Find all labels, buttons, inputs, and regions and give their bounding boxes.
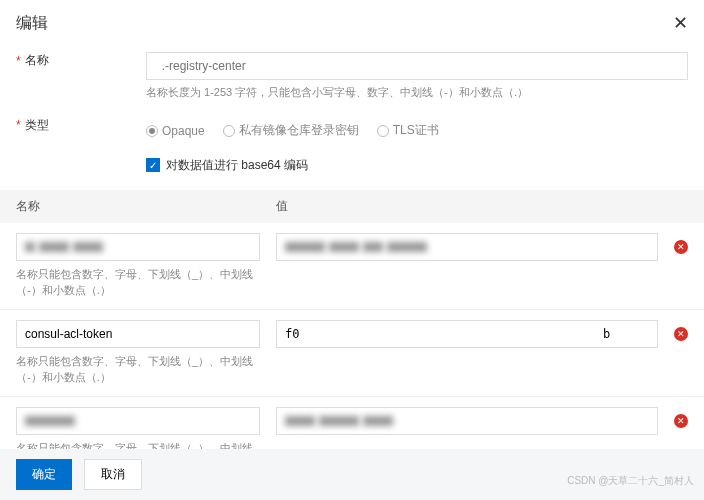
name-label: *名称 bbox=[16, 52, 146, 69]
value-input[interactable] bbox=[276, 407, 658, 435]
key-input[interactable] bbox=[16, 407, 260, 435]
key-hint: 名称只能包含数字、字母、下划线（_）、中划线（-）和小数点（.） bbox=[16, 266, 260, 299]
base64-checkbox[interactable]: ✓ bbox=[146, 158, 160, 172]
watermark: CSDN @天草二十六_简村人 bbox=[567, 474, 694, 488]
col-header-name: 名称 bbox=[16, 198, 276, 215]
ok-button[interactable]: 确定 bbox=[16, 459, 72, 490]
delete-row-icon[interactable]: ✕ bbox=[674, 327, 688, 341]
type-label: *类型 bbox=[16, 117, 146, 134]
key-input[interactable] bbox=[16, 320, 260, 348]
radio-tls[interactable]: TLS证书 bbox=[377, 122, 439, 139]
base64-label: 对数据值进行 base64 编码 bbox=[166, 157, 308, 174]
radio-opaque[interactable]: Opaque bbox=[146, 124, 205, 138]
delete-row-icon[interactable]: ✕ bbox=[674, 240, 688, 254]
col-header-value: 值 bbox=[276, 198, 688, 215]
radio-private-registry[interactable]: 私有镜像仓库登录密钥 bbox=[223, 122, 359, 139]
name-input[interactable] bbox=[146, 52, 688, 80]
value-input[interactable] bbox=[276, 320, 658, 348]
key-hint: 名称只能包含数字、字母、下划线（_）、中划线（-）和小数点（.） bbox=[16, 353, 260, 386]
value-input[interactable] bbox=[276, 233, 658, 261]
dialog-title: 编辑 bbox=[16, 13, 48, 34]
close-icon[interactable]: ✕ bbox=[673, 12, 688, 34]
delete-row-icon[interactable]: ✕ bbox=[674, 414, 688, 428]
key-input[interactable] bbox=[16, 233, 260, 261]
cancel-button[interactable]: 取消 bbox=[84, 459, 142, 490]
name-hint: 名称长度为 1-253 字符，只能包含小写字母、数字、中划线（-）和小数点（.） bbox=[146, 84, 688, 101]
